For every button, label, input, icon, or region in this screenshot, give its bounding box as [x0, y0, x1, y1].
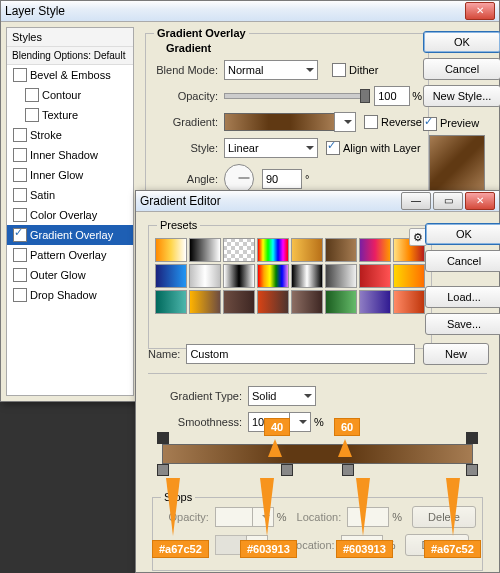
style-item-texture[interactable]: Texture — [7, 105, 133, 125]
preview-checkbox[interactable] — [423, 117, 437, 131]
angle-label: Angle: — [152, 173, 218, 185]
close-icon[interactable]: ✕ — [465, 192, 495, 210]
load-button[interactable]: Load... — [425, 286, 500, 308]
style-label: Style: — [152, 142, 218, 154]
preview-swatch — [429, 135, 485, 191]
preset-swatch[interactable] — [155, 290, 187, 314]
style-checkbox[interactable] — [13, 168, 27, 182]
style-checkbox[interactable] — [13, 208, 27, 222]
align-checkbox[interactable] — [326, 141, 340, 155]
blend-mode-label: Blend Mode: — [152, 64, 218, 76]
stops-group: Stops Opacity: % Location: % Delete Colo… — [152, 497, 483, 571]
style-checkbox[interactable] — [13, 248, 27, 262]
style-item-color-overlay[interactable]: Color Overlay — [7, 205, 133, 225]
style-checkbox[interactable] — [13, 128, 27, 142]
layer-style-titlebar[interactable]: Layer Style ✕ — [1, 1, 499, 22]
color-stop[interactable] — [342, 464, 354, 476]
stop-location-label: Location: — [297, 511, 342, 523]
presets-legend: Presets — [157, 219, 200, 231]
style-checkbox[interactable] — [13, 188, 27, 202]
style-checkbox[interactable] — [13, 68, 27, 82]
preset-swatch[interactable] — [155, 238, 187, 262]
style-item-satin[interactable]: Satin — [7, 185, 133, 205]
minimize-icon[interactable]: — — [401, 192, 431, 210]
gradient-dropdown[interactable] — [334, 112, 356, 132]
style-item-inner-shadow[interactable]: Inner Shadow — [7, 145, 133, 165]
style-checkbox[interactable] — [13, 288, 27, 302]
stop-opacity-input[interactable] — [215, 507, 253, 527]
style-item-outer-glow[interactable]: Outer Glow — [7, 265, 133, 285]
preset-swatch[interactable] — [257, 238, 289, 262]
style-item-bevel-emboss[interactable]: Bevel & Emboss — [7, 65, 133, 85]
angle-input[interactable] — [262, 169, 302, 189]
reverse-checkbox[interactable] — [364, 115, 378, 129]
preset-swatch[interactable] — [359, 264, 391, 288]
preset-swatch[interactable] — [257, 264, 289, 288]
preset-swatch[interactable] — [189, 238, 221, 262]
blend-mode-select[interactable]: Normal — [224, 60, 318, 80]
style-checkbox[interactable] — [25, 108, 39, 122]
gradient-overlay-legend: Gradient Overlay — [154, 27, 249, 39]
gradient-bar[interactable] — [162, 444, 473, 464]
style-item-pattern-overlay[interactable]: Pattern Overlay — [7, 245, 133, 265]
arrow-icon — [338, 432, 352, 457]
ge-ok-button[interactable]: OK — [425, 223, 500, 245]
preset-swatch[interactable] — [223, 290, 255, 314]
preset-swatch[interactable] — [325, 290, 357, 314]
ok-button[interactable]: OK — [423, 31, 500, 53]
save-button[interactable]: Save... — [425, 313, 500, 335]
style-checkbox[interactable] — [25, 88, 39, 102]
color-stop[interactable] — [466, 464, 478, 476]
opacity-label: Opacity: — [152, 90, 218, 102]
preset-swatch[interactable] — [223, 238, 255, 262]
opacity-stop[interactable] — [157, 432, 169, 444]
blending-options-default[interactable]: Blending Options: Default — [7, 47, 133, 65]
style-checkbox[interactable] — [13, 148, 27, 162]
styles-header[interactable]: Styles — [7, 28, 133, 47]
maximize-icon[interactable]: ▭ — [433, 192, 463, 210]
preset-swatch[interactable] — [359, 290, 391, 314]
color-stop[interactable] — [281, 464, 293, 476]
gradient-editor-title: Gradient Editor — [140, 194, 399, 208]
preset-swatch[interactable] — [291, 290, 323, 314]
styles-list: Styles Blending Options: Default Bevel &… — [6, 27, 134, 396]
preset-swatch[interactable] — [393, 290, 425, 314]
preset-swatch[interactable] — [223, 264, 255, 288]
dither-checkbox[interactable] — [332, 63, 346, 77]
gradient-type-select[interactable]: Solid — [248, 386, 316, 406]
preset-swatch[interactable] — [393, 264, 425, 288]
preset-swatch[interactable] — [325, 264, 357, 288]
preset-swatch[interactable] — [257, 290, 289, 314]
style-checkbox[interactable] — [13, 228, 27, 242]
preset-swatch[interactable] — [155, 264, 187, 288]
cancel-button[interactable]: Cancel — [423, 58, 500, 80]
opacity-slider[interactable] — [224, 93, 366, 99]
preset-swatch[interactable] — [291, 238, 323, 262]
style-select[interactable]: Linear — [224, 138, 318, 158]
gradient-swatch[interactable] — [224, 113, 335, 131]
gradient-editor-titlebar[interactable]: Gradient Editor — ▭ ✕ — [136, 191, 499, 212]
new-style-button[interactable]: New Style... — [423, 85, 500, 107]
style-item-drop-shadow[interactable]: Drop Shadow — [7, 285, 133, 305]
style-checkbox[interactable] — [13, 268, 27, 282]
gradient-subhead: Gradient — [166, 42, 422, 54]
style-item-inner-glow[interactable]: Inner Glow — [7, 165, 133, 185]
opacity-stop[interactable] — [466, 432, 478, 444]
style-item-stroke[interactable]: Stroke — [7, 125, 133, 145]
ge-cancel-button[interactable]: Cancel — [425, 250, 500, 272]
style-item-contour[interactable]: Contour — [7, 85, 133, 105]
preset-swatch[interactable] — [325, 238, 357, 262]
close-icon[interactable]: ✕ — [465, 2, 495, 20]
new-button[interactable]: New — [423, 343, 489, 365]
name-label: Name: — [148, 348, 180, 360]
style-item-gradient-overlay[interactable]: Gradient Overlay — [7, 225, 133, 245]
smoothness-dropdown[interactable] — [289, 412, 311, 432]
color-stop[interactable] — [157, 464, 169, 476]
preset-swatch[interactable] — [359, 238, 391, 262]
preset-swatch[interactable] — [189, 264, 221, 288]
name-input[interactable] — [186, 344, 415, 364]
delete-stop-button[interactable]: Delete — [412, 506, 476, 528]
preset-swatch[interactable] — [291, 264, 323, 288]
preset-swatch[interactable] — [189, 290, 221, 314]
opacity-input[interactable] — [374, 86, 410, 106]
